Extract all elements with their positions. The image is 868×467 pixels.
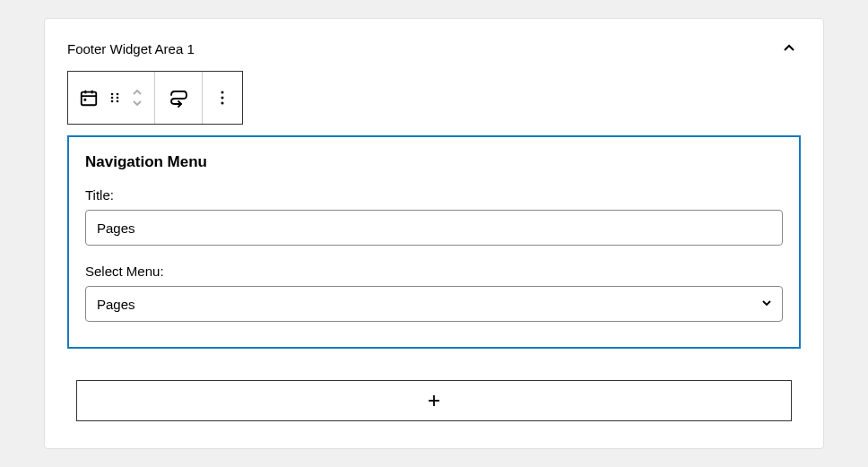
toolbar-group-more — [203, 72, 242, 124]
navigation-menu-widget: Navigation Menu Title: Select Menu: Page… — [67, 135, 801, 349]
chevron-up-icon — [782, 41, 796, 56]
plus-icon — [425, 392, 443, 410]
more-vertical-icon — [215, 89, 230, 107]
toolbar-group-type — [68, 72, 155, 124]
svg-point-8 — [117, 97, 119, 99]
drag-icon — [108, 91, 122, 105]
transform-button[interactable] — [168, 87, 189, 108]
svg-point-6 — [117, 93, 119, 96]
widget-area-title: Footer Widget Area 1 — [67, 41, 195, 56]
move-up-button[interactable] — [131, 88, 143, 97]
chevron-up-icon — [131, 88, 143, 97]
svg-point-10 — [117, 100, 119, 103]
block-toolbar — [67, 71, 243, 125]
more-options-button[interactable] — [215, 89, 230, 107]
drag-handle[interactable] — [108, 91, 122, 105]
select-menu-field-group: Select Menu: Pages — [85, 264, 783, 322]
select-menu-label: Select Menu: — [85, 264, 783, 279]
move-down-button[interactable] — [131, 99, 143, 108]
svg-point-11 — [221, 91, 224, 94]
title-label: Title: — [85, 187, 783, 203]
title-input[interactable] — [85, 210, 783, 246]
loop-icon — [168, 87, 189, 108]
widget-area-panel: Footer Widget Area 1 — [44, 18, 824, 449]
block-type-button[interactable] — [79, 88, 99, 108]
svg-rect-4 — [84, 99, 87, 101]
calendar-icon — [79, 88, 99, 108]
svg-point-12 — [221, 97, 224, 99]
collapse-button[interactable] — [777, 37, 801, 60]
svg-point-13 — [221, 102, 224, 105]
panel-header: Footer Widget Area 1 — [67, 37, 801, 60]
toolbar-group-transform — [155, 72, 203, 124]
chevron-down-icon — [131, 99, 143, 108]
select-menu-wrapper: Pages — [85, 286, 783, 322]
svg-point-7 — [111, 97, 114, 99]
svg-rect-0 — [82, 92, 97, 106]
move-buttons — [131, 88, 143, 108]
widget-name: Navigation Menu — [85, 153, 783, 171]
title-field-group: Title: — [85, 187, 783, 246]
svg-point-9 — [111, 100, 114, 103]
add-block-button[interactable] — [76, 380, 792, 421]
select-menu-dropdown[interactable]: Pages — [85, 286, 783, 322]
svg-point-5 — [111, 93, 114, 96]
